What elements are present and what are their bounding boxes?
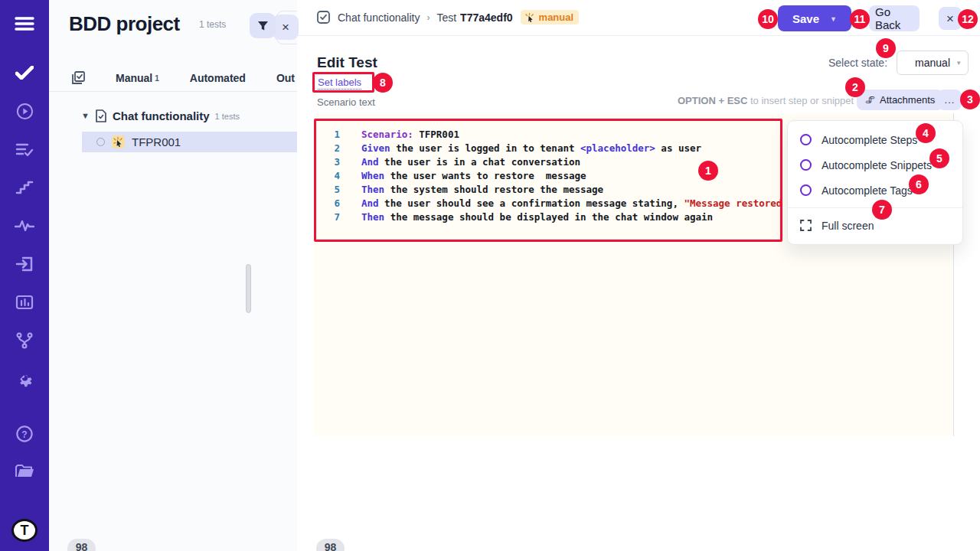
manual-cursor-emoji-icon <box>524 11 535 23</box>
activity-pulse-icon[interactable] <box>0 208 49 243</box>
radio-icon[interactable] <box>800 134 812 145</box>
test-status-circle-icon[interactable] <box>96 138 105 146</box>
app-logo[interactable]: T <box>0 519 49 542</box>
clipped-bottom-pill[interactable]: 98 <box>316 539 345 551</box>
attachments-button[interactable]: 🖇 Attachments <box>857 90 943 110</box>
list-check-icon[interactable] <box>0 132 49 167</box>
manual-cursor-emoji-icon <box>112 135 125 148</box>
filter-funnel-icon <box>257 21 269 31</box>
tab-automated[interactable]: Automated <box>190 72 246 84</box>
scenario-text-label: Scenario text <box>317 96 375 108</box>
suite-name[interactable]: Chat functionality <box>113 109 210 122</box>
clipped-bottom-pill[interactable]: 98 <box>67 539 96 551</box>
breadcrumb-separator: › <box>426 12 430 23</box>
line-number: 6 <box>314 197 340 210</box>
save-dropdown-caret-icon[interactable]: ▼ <box>830 15 837 23</box>
line-number: 5 <box>314 183 340 197</box>
breadcrumb-test-prefix: Test <box>436 11 456 24</box>
main-topbar: Chat functionality › Test T77a4edf0 manu… <box>297 0 980 36</box>
tests-check-icon[interactable] <box>0 55 49 90</box>
menu-item-full-screen[interactable]: Full screen <box>788 213 962 238</box>
steps-icon[interactable] <box>0 170 49 205</box>
radio-icon[interactable] <box>800 159 812 171</box>
panel-tabs: Manual1 Automated Out of sy <box>49 64 297 92</box>
test-id-label: TFPR001 <box>132 135 181 148</box>
state-label: Select state: <box>828 57 887 69</box>
suite-doc-icon <box>96 109 106 122</box>
line-number: 3 <box>314 155 340 169</box>
menu-item-autocomplete-snippets[interactable]: Autocomplete Snippets <box>788 152 962 178</box>
panel-close-button[interactable]: × <box>273 15 299 40</box>
hamburger-menu-icon[interactable] <box>0 6 49 41</box>
save-button[interactable]: Save ▼ <box>778 5 851 31</box>
line-content: Given the user is logged in to tenant <p… <box>361 142 701 155</box>
menu-item-autocomplete-tags[interactable]: Autocomplete Tags <box>788 178 962 203</box>
gear-icon[interactable] <box>0 361 49 396</box>
sign-in-icon[interactable] <box>0 246 49 282</box>
manual-state-badge: manual <box>521 10 580 24</box>
line-number: 7 <box>314 210 340 224</box>
app-root: ? T BDD project 1 tests × Manual1 Aut <box>0 0 980 551</box>
set-labels-link[interactable]: Set labels <box>318 77 361 90</box>
tree-folder-chat-functionality[interactable]: ▼ Chat functionality 1 tests <box>49 104 297 127</box>
line-number: 1 <box>314 128 340 142</box>
breadcrumb-suite[interactable]: Chat functionality <box>338 11 420 24</box>
line-number: 2 <box>314 142 340 155</box>
manual-badge-label: manual <box>539 11 574 23</box>
select-caret-icon: ▼ <box>956 60 962 67</box>
menu-item-autocomplete-steps[interactable]: Autocomplete Steps <box>788 127 962 152</box>
svg-text:?: ? <box>21 429 27 440</box>
app-logo-letter: T <box>11 519 38 542</box>
close-icon: × <box>282 21 289 34</box>
filter-button[interactable] <box>250 13 276 38</box>
breadcrumb: Chat functionality › Test T77a4edf0 manu… <box>317 10 579 24</box>
page-title: Edit Test <box>317 54 377 71</box>
line-content: And the user should see a confirmation m… <box>361 197 817 210</box>
paperclip-icon: 🖇 <box>865 94 875 106</box>
breadcrumb-test-id: T77a4edf0 <box>460 11 512 24</box>
panel-scrollbar-thumb[interactable] <box>246 264 251 313</box>
help-icon[interactable]: ? <box>0 416 49 452</box>
line-number: 4 <box>314 169 340 183</box>
goback-button[interactable]: Go Back <box>869 5 920 31</box>
line-content: Then the message should be displayed in … <box>361 210 713 224</box>
state-select-value: manual <box>915 57 950 69</box>
folder-icon[interactable] <box>0 453 49 488</box>
main-area: Chat functionality › Test T77a4edf0 manu… <box>297 0 980 551</box>
editor-options-menu: Autocomplete Steps Autocomplete Snippets… <box>787 120 963 245</box>
more-options-button[interactable]: ... <box>938 90 962 110</box>
editor-close-button[interactable]: × <box>939 7 962 30</box>
project-tests-count: 1 tests <box>199 19 226 30</box>
chevron-down-icon[interactable]: ▼ <box>81 111 90 120</box>
line-content: And the user is in a chat conversation <box>361 155 580 169</box>
branch-icon[interactable] <box>0 323 49 358</box>
bar-chart-icon[interactable] <box>0 285 49 320</box>
state-select[interactable]: manual ▼ <box>897 51 969 75</box>
tab-manual[interactable]: Manual1 <box>116 72 159 84</box>
menu-divider <box>788 207 962 208</box>
bulk-select-icon[interactable] <box>72 71 85 84</box>
test-tree: ▼ Chat functionality 1 tests TFPR001 <box>49 104 297 152</box>
suite-tests-count: 1 tests <box>215 112 240 121</box>
fullscreen-icon <box>800 220 812 231</box>
icon-rail: ? T <box>0 0 49 551</box>
ellipsis-icon: ... <box>945 94 956 106</box>
line-content: Scenario: TFPR001 <box>361 128 459 142</box>
project-title: BDD project <box>69 12 180 36</box>
checkbox-doc-icon <box>317 11 330 24</box>
line-content: When the user wants to restore message <box>361 169 586 183</box>
line-content: Then the system should restore the messa… <box>361 183 603 197</box>
radio-icon[interactable] <box>800 184 812 196</box>
close-icon: × <box>946 12 954 25</box>
state-selector-row: Select state: manual ▼ <box>828 51 969 75</box>
test-tree-panel: BDD project 1 tests × Manual1 Automated … <box>49 0 297 551</box>
play-circle-icon[interactable] <box>0 93 49 129</box>
shortcut-hint: OPTION + ESC to insert step or snippet <box>678 95 854 106</box>
tree-row-tfpr001[interactable]: TFPR001 <box>82 132 297 152</box>
panel-header: BDD project 1 tests × <box>49 0 297 51</box>
